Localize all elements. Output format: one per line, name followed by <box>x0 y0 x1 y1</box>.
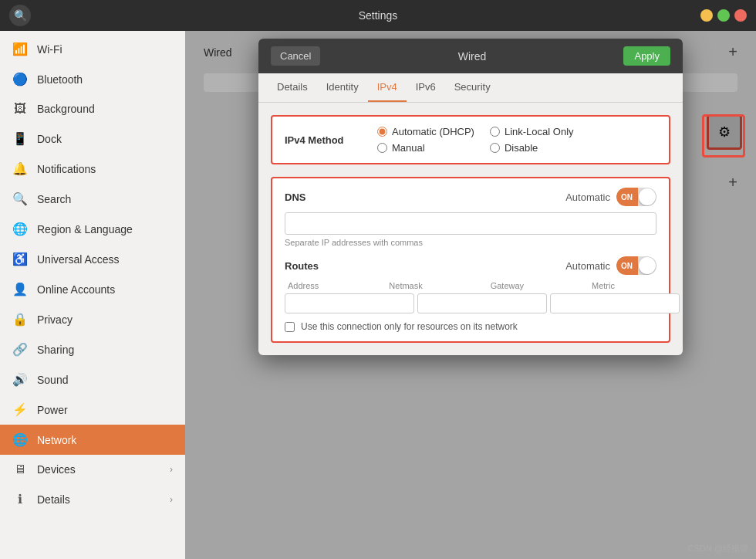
tab-identity[interactable]: Identity <box>317 73 368 102</box>
route-address-input[interactable] <box>285 293 414 313</box>
ipv4-method-label: IPv4 Method <box>285 134 362 146</box>
radio-disable-input[interactable] <box>490 143 500 153</box>
radio-manual-label: Manual <box>392 142 425 154</box>
main-layout: 📶Wi-Fi🔵Bluetooth🖼Background📱Dock🔔Notific… <box>0 31 756 559</box>
radio-link-local-input[interactable] <box>490 127 500 137</box>
region-icon: 🌐 <box>12 222 28 236</box>
dns-automatic-label: Automatic <box>565 191 610 203</box>
notifications-icon: 🔔 <box>12 161 28 176</box>
sidebar-item-label-sharing: Sharing <box>37 344 74 356</box>
sidebar-item-wifi[interactable]: 📶Wi-Fi <box>0 34 185 64</box>
radio-disable[interactable]: Disable <box>490 142 574 154</box>
routes-toggle-on: ON <box>616 256 638 275</box>
radio-manual-input[interactable] <box>377 143 387 153</box>
network-icon: 🌐 <box>12 432 28 447</box>
sidebar-item-network[interactable]: 🌐Network <box>0 425 185 455</box>
col-metric: Metric <box>592 281 653 290</box>
sidebar-item-details[interactable]: ℹDetails› <box>0 484 185 514</box>
sidebar-item-search[interactable]: 🔍Search <box>0 184 185 214</box>
power-icon: ⚡ <box>12 402 28 417</box>
route-netmask-input[interactable] <box>417 293 547 313</box>
sidebar-item-label-sound: Sound <box>37 374 68 386</box>
radio-manual[interactable]: Manual <box>377 142 474 154</box>
sidebar-item-background[interactable]: 🖼Background <box>0 94 185 124</box>
sidebar-item-label-region: Region & Language <box>37 223 133 235</box>
sidebar-item-bluetooth[interactable]: 🔵Bluetooth <box>0 64 185 94</box>
connection-only-label: Use this connection only for resources o… <box>301 321 518 332</box>
sidebar-item-label-bluetooth: Bluetooth <box>37 73 83 86</box>
ipv4-method-options-left: Automatic (DHCP) Manual <box>377 126 474 154</box>
sidebar-item-universal[interactable]: ♿Universal Access <box>0 244 185 274</box>
radio-automatic-dhcp-label: Automatic (DHCP) <box>392 126 474 137</box>
content-area: Wired + ⚙ + Cancel Wired Apply <box>185 31 756 559</box>
sound-icon: 🔊 <box>12 372 28 387</box>
ipv4-method-row: IPv4 Method Automatic (DHCP) Manual <box>285 126 656 154</box>
titlebar-app-name: Settings <box>359 9 398 22</box>
sidebar-item-label-search: Search <box>37 193 71 205</box>
sidebar-item-label-universal: Universal Access <box>37 253 120 266</box>
wifi-icon: 📶 <box>12 42 28 56</box>
dns-toggle-knob <box>639 188 656 205</box>
sidebar-item-label-power: Power <box>37 404 68 416</box>
routes-toggle[interactable]: ON <box>616 256 656 275</box>
dock-icon: 📱 <box>12 131 28 146</box>
privacy-icon: 🔒 <box>12 312 28 327</box>
dns-auto-toggle-group: Automatic ON <box>565 188 656 206</box>
search-icon: 🔍 <box>14 9 27 22</box>
titlebar-search-btn[interactable]: 🔍 <box>9 5 31 26</box>
window-controls <box>700 9 747 22</box>
sidebar-item-devices[interactable]: 🖥Devices› <box>0 455 185 484</box>
sidebar-item-dock[interactable]: 📱Dock <box>0 124 185 154</box>
sidebar-item-sound[interactable]: 🔊Sound <box>0 364 185 395</box>
dns-toggle-on-label: ON <box>621 193 633 202</box>
close-button[interactable] <box>734 9 747 22</box>
routes-label: Routes <box>285 260 319 272</box>
tab-ipv4[interactable]: IPv4 <box>368 73 407 102</box>
sidebar-item-label-network: Network <box>37 434 76 446</box>
modal-header: Cancel Wired Apply <box>258 39 683 73</box>
sidebar-item-online-accounts[interactable]: 👤Online Accounts <box>0 274 185 304</box>
sidebar-item-label-devices: Devices <box>37 463 76 476</box>
routes-automatic-label: Automatic <box>565 260 610 272</box>
radio-automatic-dhcp[interactable]: Automatic (DHCP) <box>377 126 474 137</box>
connection-only-checkbox[interactable] <box>285 322 295 332</box>
sidebar-item-label-dock: Dock <box>37 133 62 145</box>
sidebar-item-label-wifi: Wi-Fi <box>37 43 62 56</box>
connection-only-row: Use this connection only for resources o… <box>285 321 656 332</box>
sidebar-item-label-details: Details <box>37 493 70 506</box>
radio-automatic-dhcp-input[interactable] <box>377 127 387 137</box>
sidebar-item-privacy[interactable]: 🔒Privacy <box>0 304 185 334</box>
modal-cancel-button[interactable]: Cancel <box>271 46 320 66</box>
sidebar-item-label-online-accounts: Online Accounts <box>37 283 115 296</box>
dns-input[interactable] <box>285 212 656 235</box>
modal-body: IPv4 Method Automatic (DHCP) Manual <box>258 103 683 355</box>
tab-security[interactable]: Security <box>445 73 500 102</box>
routes-table-header: Address Netmask Gateway Metric <box>285 281 656 290</box>
dns-routes-section: DNS Automatic ON <box>271 177 670 343</box>
background-icon: 🖼 <box>12 102 28 116</box>
universal-icon: ♿ <box>12 252 28 266</box>
maximize-button[interactable] <box>717 9 730 22</box>
sidebar-item-label-background: Background <box>37 103 95 115</box>
tab-ipv6[interactable]: IPv6 <box>407 73 445 102</box>
sidebar-item-region[interactable]: 🌐Region & Language <box>0 214 185 244</box>
ipv4-method-options-right: Link-Local Only Disable <box>490 126 574 154</box>
bluetooth-icon: 🔵 <box>12 72 28 86</box>
minimize-button[interactable] <box>700 9 713 22</box>
dns-label: DNS <box>285 191 305 203</box>
modal-overlay: Cancel Wired Apply Details Identity IPv4… <box>185 31 756 559</box>
sidebar-item-sharing[interactable]: 🔗Sharing <box>0 334 185 364</box>
search-icon: 🔍 <box>12 191 28 206</box>
route-gateway-input[interactable] <box>550 293 680 313</box>
tab-details[interactable]: Details <box>268 73 317 102</box>
radio-link-local[interactable]: Link-Local Only <box>490 126 574 137</box>
dns-toggle[interactable]: ON <box>616 188 656 206</box>
sidebar: 📶Wi-Fi🔵Bluetooth🖼Background📱Dock🔔Notific… <box>0 31 185 559</box>
sidebar-item-power[interactable]: ⚡Power <box>0 395 185 425</box>
modal-apply-button[interactable]: Apply <box>623 46 670 66</box>
sidebar-item-notifications[interactable]: 🔔Notifications <box>0 154 185 184</box>
modal-tabs: Details Identity IPv4 IPv6 Security <box>258 73 683 103</box>
radio-link-local-label: Link-Local Only <box>505 126 574 137</box>
routes-input-row: ✕ <box>285 293 656 313</box>
sharing-icon: 🔗 <box>12 342 28 357</box>
